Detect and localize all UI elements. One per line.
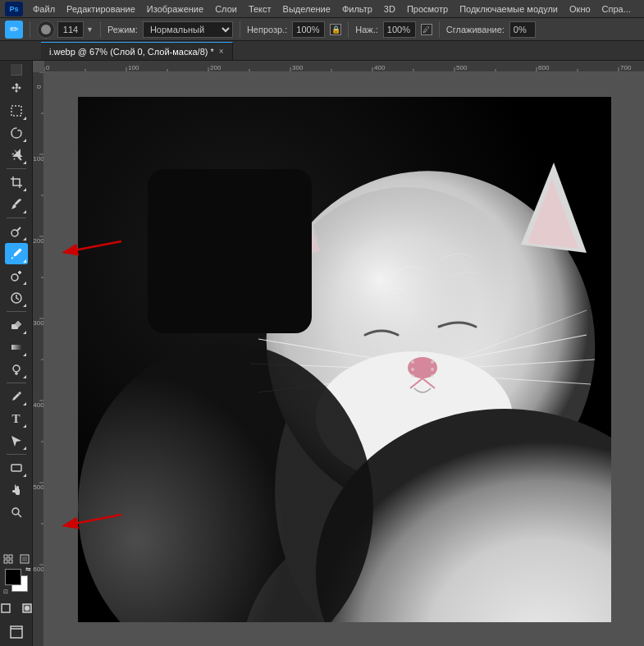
eyedropper-tool[interactable] bbox=[5, 194, 28, 215]
foreground-background-swatches[interactable]: ⇆ ⊡ bbox=[5, 569, 28, 592]
svg-line-1 bbox=[18, 157, 21, 160]
svg-point-6 bbox=[13, 365, 20, 372]
menu-view[interactable]: Просмотр bbox=[402, 2, 453, 16]
svg-text:400: 400 bbox=[374, 64, 386, 71]
marquee-tool[interactable] bbox=[5, 100, 28, 121]
brush-tool-icon[interactable]: ✏ bbox=[5, 21, 23, 39]
svg-rect-7 bbox=[11, 465, 21, 471]
spot-healing-tool[interactable] bbox=[5, 221, 28, 242]
svg-rect-15 bbox=[2, 604, 10, 612]
path-selection-tool[interactable] bbox=[5, 430, 28, 451]
svg-point-88 bbox=[431, 368, 434, 371]
separator2 bbox=[100, 21, 101, 38]
svg-point-84 bbox=[411, 360, 414, 364]
svg-rect-9 bbox=[4, 555, 7, 558]
menu-plugins[interactable]: Подключаемые модули bbox=[454, 2, 563, 16]
tool-sep-3 bbox=[7, 311, 26, 312]
zoom-tool[interactable] bbox=[5, 502, 28, 523]
opacity-input[interactable] bbox=[292, 21, 325, 38]
separator3 bbox=[240, 21, 240, 38]
tool-sep-1 bbox=[7, 168, 26, 169]
brush-size-arrow[interactable]: ▼ bbox=[86, 25, 94, 34]
svg-text:100: 100 bbox=[33, 155, 44, 163]
menu-text[interactable]: Текст bbox=[244, 2, 276, 16]
gradient-tool[interactable] bbox=[5, 337, 28, 358]
menu-bar: Ps Файл Редактирование Изображение Слои … bbox=[0, 0, 644, 18]
grid-view-tool[interactable] bbox=[1, 552, 16, 566]
menu-3d[interactable]: 3D bbox=[379, 2, 400, 16]
pressure-label: Наж.: bbox=[355, 25, 378, 34]
opacity-lock-checkbox[interactable]: 🔒 bbox=[330, 24, 341, 35]
tab-title: i.webp @ 67% (Слой 0, Слой-маска/8) * bbox=[49, 47, 214, 57]
smoothing-label: Сглаживание: bbox=[446, 25, 505, 34]
tab-close-button[interactable]: × bbox=[219, 47, 224, 56]
svg-rect-5 bbox=[11, 345, 21, 350]
svg-rect-0 bbox=[11, 106, 21, 116]
crop-tool[interactable] bbox=[5, 172, 28, 193]
brush-size-value[interactable]: 114 bbox=[57, 21, 84, 38]
ps-logo: Ps bbox=[5, 2, 23, 16]
type-tool[interactable]: T bbox=[5, 408, 28, 429]
menu-filter[interactable]: Фильтр bbox=[337, 2, 377, 16]
svg-rect-18 bbox=[11, 626, 22, 638]
menu-help[interactable]: Спра... bbox=[597, 2, 636, 16]
canvas-wrapper[interactable] bbox=[44, 72, 644, 646]
default-colors-icon[interactable]: ⊡ bbox=[3, 589, 8, 595]
mode-dropdown[interactable]: Нормальный bbox=[143, 21, 233, 38]
screen-mode-btn[interactable] bbox=[5, 621, 28, 643]
options-bar: ✏ 114 ▼ Режим: Нормальный Непрозр.: 🔒 На… bbox=[0, 18, 644, 41]
menu-window[interactable]: Окно bbox=[564, 2, 596, 16]
brush-preset-icon[interactable] bbox=[37, 21, 55, 39]
cat-image bbox=[78, 97, 611, 622]
type-tool-label: T bbox=[11, 412, 20, 426]
svg-rect-10 bbox=[9, 555, 12, 558]
clone-stamp-tool[interactable] bbox=[5, 265, 28, 286]
lasso-tool[interactable] bbox=[5, 122, 28, 144]
move-tool[interactable] bbox=[5, 78, 28, 99]
tab-bar: i.webp @ 67% (Слой 0, Слой-маска/8) * × bbox=[0, 41, 644, 61]
pen-tool[interactable] bbox=[5, 386, 28, 407]
menu-file[interactable]: Файл bbox=[28, 2, 60, 16]
pressure-input[interactable] bbox=[383, 21, 416, 38]
tool-sep-4 bbox=[7, 383, 26, 383]
svg-text:700: 700 bbox=[620, 64, 632, 71]
svg-point-86 bbox=[411, 374, 414, 378]
menu-layers[interactable]: Слои bbox=[210, 2, 242, 16]
menu-image[interactable]: Изображение bbox=[142, 2, 208, 16]
document-canvas[interactable] bbox=[78, 97, 611, 622]
foreground-color-swatch[interactable] bbox=[5, 569, 21, 585]
brush-tool[interactable] bbox=[5, 243, 28, 264]
history-brush-tool[interactable] bbox=[5, 287, 28, 309]
document-tab[interactable]: i.webp @ 67% (Слой 0, Слой-маска/8) * × bbox=[41, 42, 233, 60]
ruler-corner bbox=[11, 64, 22, 76]
svg-text:500: 500 bbox=[456, 64, 468, 71]
hand-tool[interactable] bbox=[5, 479, 28, 501]
standard-mode-btn[interactable] bbox=[0, 599, 15, 617]
svg-point-3 bbox=[11, 274, 18, 281]
tool-sep-2 bbox=[7, 218, 26, 218]
rectangle-tool[interactable] bbox=[5, 457, 28, 479]
eraser-tool[interactable] bbox=[5, 314, 28, 336]
magic-wand-tool[interactable] bbox=[5, 144, 28, 166]
svg-text:200: 200 bbox=[33, 237, 44, 245]
svg-text:100: 100 bbox=[128, 64, 139, 71]
svg-text:400: 400 bbox=[33, 401, 44, 409]
svg-point-85 bbox=[411, 368, 414, 371]
smoothing-input[interactable] bbox=[509, 21, 536, 38]
svg-text:0: 0 bbox=[46, 64, 50, 71]
svg-rect-14 bbox=[22, 557, 27, 561]
frame-tool[interactable] bbox=[17, 552, 32, 566]
separator4 bbox=[348, 21, 349, 38]
menu-edit[interactable]: Редактирование bbox=[62, 2, 140, 16]
svg-text:500: 500 bbox=[33, 483, 44, 491]
svg-rect-83 bbox=[148, 169, 312, 333]
canvas-area[interactable]: 0 100 200 300 400 500 bbox=[33, 61, 644, 646]
pressure-lock-checkbox[interactable]: 🖊 bbox=[421, 24, 432, 35]
dodge-tool[interactable] bbox=[5, 359, 28, 380]
svg-text:600: 600 bbox=[33, 566, 44, 573]
quick-mask-mode-btn[interactable] bbox=[18, 599, 36, 617]
menu-select[interactable]: Выделение bbox=[278, 2, 336, 16]
separator5 bbox=[439, 21, 440, 38]
svg-text:200: 200 bbox=[210, 64, 222, 71]
swap-colors-icon[interactable]: ⇆ bbox=[25, 566, 31, 573]
